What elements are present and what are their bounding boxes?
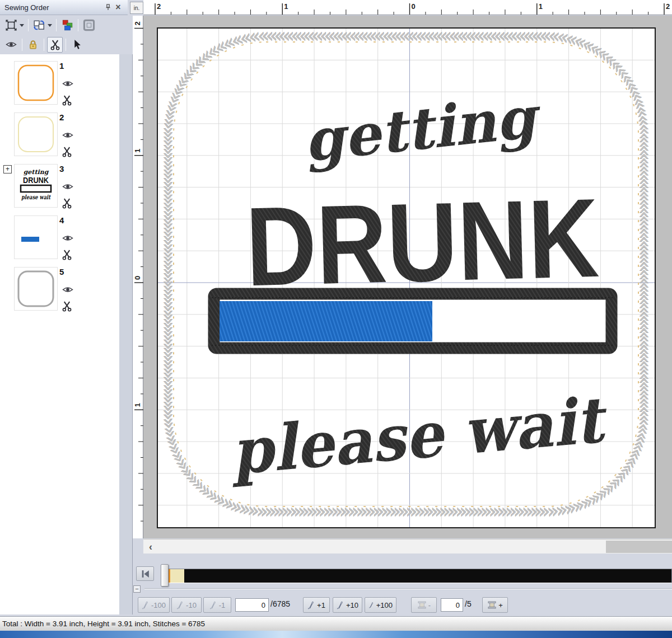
go-to-start-button[interactable]: [136, 566, 154, 581]
spool-icon: [487, 601, 497, 609]
sewing-order-panel-titlebar: Sewing Order ×: [0, 0, 128, 15]
color-fwd-button[interactable]: +: [482, 597, 508, 613]
item-number: 1: [59, 61, 64, 71]
timeline-zoom-minus[interactable]: −: [133, 585, 141, 593]
needle-icon: [368, 601, 375, 609]
pin-icon[interactable]: [103, 2, 113, 12]
needle-icon: [337, 601, 344, 609]
desktop-background-strip: [0, 631, 672, 638]
lock-button[interactable]: [25, 37, 41, 53]
trim-scissors-button[interactable]: [47, 37, 63, 53]
thumbnail-outline-gray[interactable]: [14, 267, 58, 311]
toolbar-separator: [66, 39, 66, 51]
scissors-icon[interactable]: [62, 198, 74, 208]
timeline-handle[interactable]: [161, 564, 169, 587]
list-item[interactable]: 1: [0, 61, 119, 112]
design-progress-bar[interactable]: [212, 294, 615, 348]
timeline-splitter[interactable]: [144, 588, 672, 589]
design-canvas[interactable]: ««««««««««««««««««««««««««««««««««««««««…: [143, 16, 672, 538]
outline-shape: [18, 117, 53, 152]
scrollbar-thumb[interactable]: [606, 541, 672, 553]
status-text: Total : Width = 3.91 inch, Height = 3.91…: [2, 620, 205, 628]
needle-icon: [142, 601, 150, 609]
thumbnail-blue-bar[interactable]: [14, 215, 58, 259]
item-number: 4: [59, 215, 64, 225]
svg-text:0: 0: [412, 2, 416, 11]
stitch-back-10-button[interactable]: -10: [171, 597, 202, 613]
button-label: -: [428, 601, 431, 609]
list-item[interactable]: 2: [0, 112, 119, 164]
app-window: Sewing Order ×: [0, 0, 672, 638]
list-item[interactable]: 4: [0, 215, 119, 267]
thumbnail-outline-orange[interactable]: [14, 61, 58, 105]
visibility-eye-button[interactable]: [3, 37, 19, 53]
scissors-icon[interactable]: [62, 249, 74, 259]
stitch-fwd-10-button[interactable]: +10: [333, 597, 362, 613]
needle-icon: [209, 601, 217, 609]
panel-canvas-gap: [119, 54, 133, 614]
stitch-fwd-1-button[interactable]: +1: [303, 597, 330, 613]
scissors-icon[interactable]: [62, 95, 74, 105]
chevron-down-icon[interactable]: [48, 24, 52, 29]
color-back-button[interactable]: -: [411, 597, 437, 613]
toolbar-separator: [28, 19, 29, 31]
list-item[interactable]: + getting DRUNK please wait 3: [0, 164, 119, 215]
eye-icon[interactable]: [62, 79, 74, 89]
stitch-fwd-100-button[interactable]: +100: [365, 597, 396, 613]
svg-text:1: 1: [539, 2, 543, 11]
eye-icon[interactable]: [62, 182, 74, 192]
bar-shape: [21, 237, 39, 242]
svg-text:1: 1: [284, 2, 288, 11]
toolbar-separator: [44, 39, 44, 51]
mini-line2: DRUNK: [23, 175, 49, 185]
button-label: +: [498, 601, 503, 609]
panel-title: Sewing Order: [4, 3, 49, 12]
button-label: -10: [186, 601, 197, 609]
sewing-sequence-button[interactable]: [31, 17, 47, 33]
button-label: -1: [219, 601, 226, 609]
stitch-back-100-button[interactable]: -100: [138, 597, 170, 613]
item-number: 2: [59, 112, 64, 122]
needle-icon: [176, 601, 184, 609]
eye-icon[interactable]: [62, 285, 74, 295]
toolbar-separator: [78, 19, 78, 31]
stitch-total-label: /6785: [270, 599, 290, 608]
horizontal-scrollbar[interactable]: ‹: [143, 539, 672, 553]
thumbnail-text-design[interactable]: getting DRUNK please wait: [14, 164, 58, 208]
scissors-icon[interactable]: [62, 146, 74, 156]
progress-bar-fill[interactable]: [220, 301, 432, 341]
button-label: +10: [346, 601, 358, 609]
timeline-color-segment[interactable]: [184, 569, 671, 583]
current-stitch-input[interactable]: [235, 598, 269, 612]
fit-select-button[interactable]: [3, 17, 19, 33]
thumbnail-outline-cream[interactable]: [14, 112, 58, 156]
scroll-left-arrow[interactable]: ‹: [144, 541, 157, 553]
stitch-back-1-button[interactable]: -1: [203, 597, 231, 613]
timeline-color-segment[interactable]: [170, 569, 184, 583]
list-item[interactable]: 5: [0, 267, 119, 318]
hoop-button[interactable]: [81, 17, 97, 33]
scissors-icon[interactable]: [62, 301, 74, 311]
item-number: 5: [59, 267, 64, 276]
panel-toolbar-bottom: [0, 35, 128, 54]
current-color-input[interactable]: [441, 598, 463, 612]
svg-text:1: 1: [133, 403, 142, 407]
spool-icon: [417, 601, 427, 609]
color-total-label: /5: [465, 599, 472, 608]
expand-plus-icon[interactable]: +: [3, 165, 12, 173]
eye-icon[interactable]: [62, 233, 74, 243]
svg-text:2: 2: [666, 2, 670, 11]
mini-progress-bar: [21, 185, 51, 192]
close-icon[interactable]: ×: [113, 2, 123, 12]
eye-icon[interactable]: [62, 130, 74, 140]
ruler-unit-box[interactable]: in.: [130, 2, 143, 14]
toolbar-separator: [22, 39, 22, 51]
select-cursor-button[interactable]: [69, 37, 85, 53]
color-sort-button[interactable]: [59, 17, 75, 33]
ruler-unit-label: in.: [134, 5, 140, 11]
toolbar-separator: [56, 19, 57, 31]
status-bar: Total : Width = 3.91 inch, Height = 3.91…: [0, 616, 672, 631]
stitch-timeline[interactable]: [161, 569, 672, 583]
chevron-down-icon[interactable]: [20, 24, 24, 29]
needle-icon: [307, 601, 315, 609]
